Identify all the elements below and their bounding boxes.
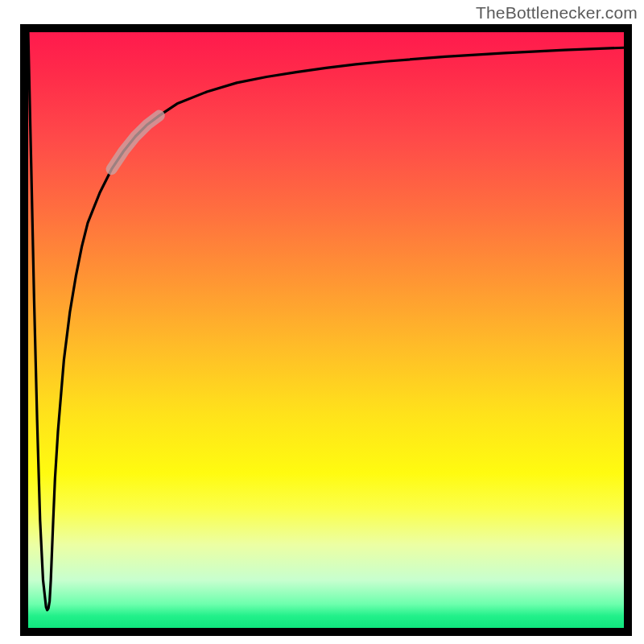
attribution-label: TheBottlenecker.com	[476, 3, 638, 23]
plot-frame	[20, 24, 632, 636]
curve-path	[28, 32, 624, 610]
curve-highlight	[112, 116, 159, 170]
curve-layer	[28, 32, 624, 628]
chart-root: TheBottlenecker.com	[0, 0, 644, 644]
